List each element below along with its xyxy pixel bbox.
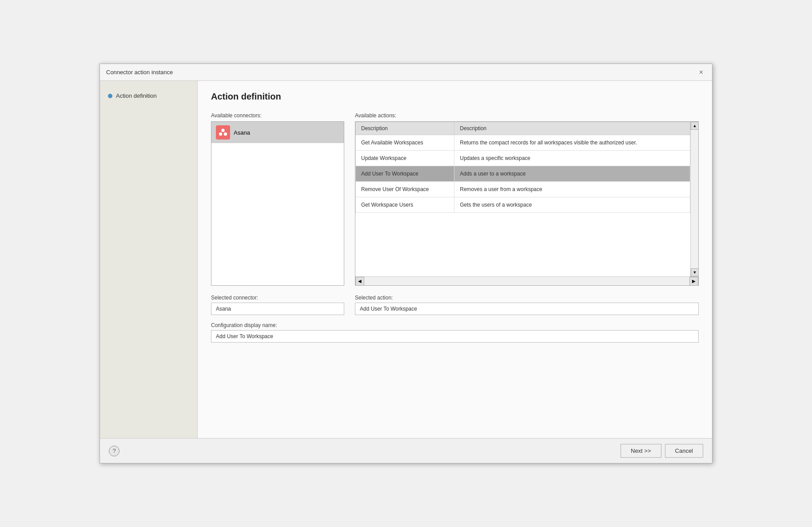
hscroll-right-btn[interactable]: ▶: [689, 277, 698, 286]
table-row[interactable]: Update Workspace Updates a specific work…: [356, 151, 690, 166]
sidebar-dot-icon: [108, 94, 112, 98]
selected-connector-field: Selected connector:: [211, 295, 344, 315]
action-name-cell: Update Workspace: [356, 151, 454, 166]
actions-label: Available actions:: [355, 112, 699, 119]
table-row[interactable]: Add User To Workspace Adds a user to a w…: [356, 166, 690, 182]
sidebar-item-label: Action definition: [116, 92, 157, 99]
connector-item-asana[interactable]: Asana: [211, 122, 344, 143]
connector-item-label: Asana: [234, 129, 250, 136]
connectors-actions-row: Available connectors: Asana: [211, 112, 699, 286]
action-name-cell: Get Workspace Users: [356, 197, 454, 213]
asana-icon: [216, 125, 230, 140]
dialog-footer: ? Next >> Cancel: [100, 438, 712, 463]
next-button[interactable]: Next >>: [621, 444, 661, 458]
connector-list[interactable]: Asana: [211, 121, 344, 286]
dialog-titlebar: Connector action instance ×: [100, 64, 712, 81]
vscroll-down-btn[interactable]: ▼: [691, 268, 698, 276]
main-content: Action definition Available connectors:: [198, 81, 712, 438]
vscroll-up-btn[interactable]: ▲: [691, 122, 698, 130]
action-desc-cell: Adds a user to a workspace: [454, 166, 690, 182]
selected-connector-input[interactable]: [211, 303, 344, 315]
selected-action-field: Selected action:: [355, 295, 699, 315]
footer-left: ?: [109, 446, 119, 456]
actions-table-container: Description Description Get Available Wo…: [355, 121, 699, 286]
table-header-row: Description Description: [356, 122, 690, 135]
vscroll-track: [691, 130, 698, 268]
actions-table: Description Description Get Available Wo…: [355, 122, 690, 213]
config-display-name-input[interactable]: [211, 330, 699, 343]
table-hscroll: ◀ ▶: [355, 276, 698, 285]
dialog-title: Connector action instance: [106, 69, 173, 76]
page-heading: Action definition: [211, 92, 699, 102]
cancel-button[interactable]: Cancel: [665, 444, 703, 458]
actions-section: Available actions: Description Descripti…: [355, 112, 699, 286]
footer-right: Next >> Cancel: [621, 444, 703, 458]
help-button[interactable]: ?: [109, 446, 119, 456]
sidebar: Action definition: [100, 81, 198, 438]
hscroll-track: [364, 277, 689, 285]
selected-action-label: Selected action:: [355, 295, 699, 301]
selected-row: Selected connector: Selected action:: [211, 295, 699, 315]
table-row[interactable]: Get Available Workspaces Returns the com…: [356, 135, 690, 151]
close-button[interactable]: ×: [697, 68, 706, 77]
svg-point-2: [224, 132, 227, 136]
table-scroll-wrapper[interactable]: Description Description Get Available Wo…: [355, 122, 690, 276]
col-header-name: Description: [356, 122, 454, 135]
svg-point-0: [221, 129, 224, 132]
table-row[interactable]: Get Workspace Users Gets the users of a …: [356, 197, 690, 213]
dialog-window: Connector action instance × Action defin…: [100, 64, 712, 463]
col-header-desc: Description: [454, 122, 690, 135]
connectors-section: Available connectors: Asana: [211, 112, 344, 286]
dialog-body: Action definition Action definition Avai…: [100, 81, 712, 438]
table-row[interactable]: Remove User Of Workspace Removes a user …: [356, 182, 690, 197]
sidebar-item-action-definition[interactable]: Action definition: [106, 90, 191, 102]
action-desc-cell: Updates a specific workspace: [454, 151, 690, 166]
table-vscroll: ▲ ▼: [690, 122, 698, 276]
hscroll-left-btn[interactable]: ◀: [355, 277, 364, 286]
config-section: Configuration display name:: [211, 322, 699, 343]
selected-connector-label: Selected connector:: [211, 295, 344, 301]
action-desc-cell: Gets the users of a workspace: [454, 197, 690, 213]
svg-point-1: [219, 132, 222, 136]
action-desc-cell: Removes a user from a workspace: [454, 182, 690, 197]
connectors-label: Available connectors:: [211, 112, 344, 119]
config-display-name-label: Configuration display name:: [211, 322, 699, 328]
action-name-cell: Remove User Of Workspace: [356, 182, 454, 197]
selected-action-input[interactable]: [355, 303, 699, 315]
actions-wrapper: Description Description Get Available Wo…: [355, 122, 698, 276]
action-name-cell: Get Available Workspaces: [356, 135, 454, 151]
action-name-cell: Add User To Workspace: [356, 166, 454, 182]
action-desc-cell: Returns the compact records for all work…: [454, 135, 690, 151]
